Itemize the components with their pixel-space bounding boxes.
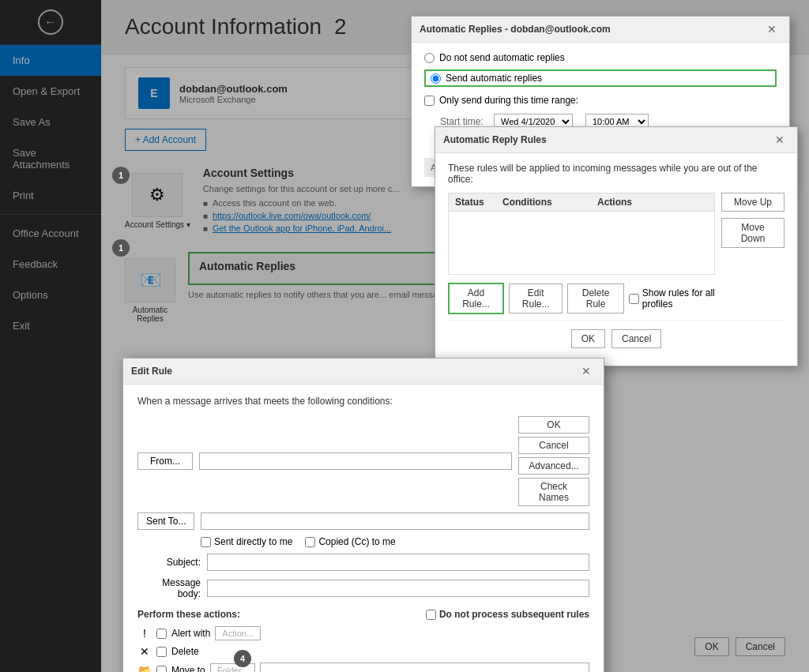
rules-description: These rules will be applied to incoming … [448, 163, 785, 185]
alert-label: Alert with [171, 628, 210, 639]
ok-button[interactable]: OK [518, 416, 589, 434]
edit-rule-dialog: Edit Rule ✕ When a message arrives that … [122, 358, 604, 672]
cancel-button[interactable]: Cancel [518, 437, 589, 454]
sent-directly-checkbox[interactable] [201, 537, 211, 547]
actions-header: Perform these actions: Do not process su… [137, 609, 589, 620]
move-to-input[interactable] [260, 663, 589, 672]
rules-titlebar: Automatic Reply Rules ✕ [435, 127, 797, 153]
sent-to-input[interactable] [201, 512, 589, 530]
sent-to-button[interactable]: Sent To... [137, 512, 194, 530]
rules-buttons: Add Rule... Edit Rule... Delete Rule Sho… [448, 283, 715, 314]
move-to-row: 📂 Move to Folder... [137, 663, 589, 672]
move-to-label: Move to [171, 665, 205, 672]
sent-directly-label: Sent directly to me [214, 536, 292, 547]
time-range-label: Only send during this time range: [439, 95, 578, 106]
auto-replies-titlebar: Automatic Replies - dobdan@outlook.com ✕ [412, 17, 789, 43]
edit-rule-titlebar: Edit Rule ✕ [123, 359, 604, 385]
delete-checkbox[interactable] [156, 647, 167, 657]
edit-rule-dialog-title: Edit Rule [131, 366, 172, 377]
show-rules-checkbox-row: Show rules for all profiles [629, 287, 715, 310]
rules-ok-cancel: OK Cancel [448, 321, 785, 356]
rules-content: Status Conditions Actions Add Rule... Ed… [448, 193, 785, 314]
show-rules-label: Show rules for all profiles [642, 287, 715, 310]
delete-rule-button[interactable]: Delete Rule [567, 283, 623, 313]
radio-row-1: Do not send automatic replies [424, 52, 777, 63]
alert-with-row: ! Alert with Action... [137, 626, 589, 640]
from-input[interactable] [199, 452, 512, 470]
side-buttons: OK Cancel Advanced... Check Names [518, 416, 589, 506]
edit-rule-condition-title: When a message arrives that meets the fo… [137, 396, 589, 407]
step-4-badge: 4 [234, 650, 251, 667]
delete-row: ✕ Delete [137, 645, 589, 658]
show-rules-checkbox[interactable] [629, 294, 639, 304]
delete-icon: ✕ [137, 645, 152, 658]
body-input[interactable] [207, 580, 589, 597]
no-subsequent-label: Do not process subsequent rules [439, 609, 589, 620]
time-range-checkbox[interactable] [424, 96, 435, 106]
rules-table-body [448, 212, 715, 275]
actions-title: Perform these actions: [137, 609, 240, 620]
subject-input[interactable] [207, 554, 589, 571]
step-1-badge: 1 [112, 167, 130, 184]
col-conditions-header: Conditions [502, 197, 597, 208]
no-subsequent-checkbox[interactable] [426, 610, 436, 620]
rules-ok-button[interactable]: OK [571, 329, 605, 348]
edit-rule-button[interactable]: Edit Rule... [509, 283, 563, 313]
time-range-checkbox-row: Only send during this time range: [424, 95, 777, 106]
rules-close-button[interactable]: ✕ [770, 132, 789, 148]
check-names-button[interactable]: Check Names [518, 478, 589, 506]
do-not-send-label: Do not send automatic replies [439, 52, 565, 63]
rules-dialog-body: These rules will be applied to incoming … [435, 153, 797, 366]
rules-table-header: Status Conditions Actions [448, 193, 715, 212]
add-rule-button[interactable]: Add Rule... [448, 283, 504, 314]
alert-checkbox[interactable] [156, 629, 167, 639]
copied-label: Copied (Cc) to me [318, 536, 395, 547]
body-label: Message body: [137, 577, 201, 599]
rules-dialog-title: Automatic Reply Rules [443, 134, 547, 145]
edit-rule-close-button[interactable]: ✕ [577, 363, 596, 379]
sent-to-row: Sent To... [137, 512, 589, 530]
copied-checkbox-row: Copied (Cc) to me [305, 536, 395, 547]
step-1-auto-badge: 1 [112, 239, 130, 257]
advanced-button[interactable]: Advanced... [518, 457, 589, 475]
radio-row-2: Send automatic replies [424, 69, 777, 87]
actions-section: Perform these actions: Do not process su… [137, 609, 589, 672]
auto-replies-dialog-title: Automatic Replies - dobdan@outlook.com [420, 24, 611, 35]
delete-label: Delete [171, 646, 199, 657]
col-actions-header: Actions [597, 197, 708, 208]
from-button[interactable]: From... [137, 452, 193, 470]
auto-replies-close-button[interactable]: ✕ [762, 21, 781, 37]
no-subsequent-checkbox-row: Do not process subsequent rules [426, 609, 589, 620]
edit-rule-body: When a message arrives that meets the fo… [123, 385, 604, 672]
do-not-send-radio[interactable] [424, 53, 435, 63]
copied-checkbox[interactable] [305, 537, 315, 547]
rules-cancel-button[interactable]: Cancel [611, 329, 661, 348]
send-auto-label: Send automatic replies [446, 73, 542, 84]
start-label: Start time: [440, 116, 487, 127]
from-row: From... OK Cancel Advanced... Check Name… [137, 416, 589, 506]
move-to-checkbox[interactable] [156, 666, 167, 673]
sent-directly-checkbox-row: Sent directly to me [201, 536, 292, 547]
move-down-button[interactable]: Move Down [721, 218, 785, 248]
rules-table-area: Status Conditions Actions Add Rule... Ed… [448, 193, 715, 314]
body-row: Message body: [137, 577, 589, 599]
move-to-icon: 📂 [137, 664, 152, 672]
checkbox-row: Sent directly to me Copied (Cc) to me [137, 536, 589, 547]
col-status-header: Status [455, 197, 502, 208]
alert-icon: ! [137, 627, 152, 640]
action-btn[interactable]: Action... [215, 626, 261, 640]
send-auto-radio[interactable] [431, 73, 441, 84]
subject-label: Subject: [137, 557, 201, 568]
move-up-button[interactable]: Move Up [721, 193, 785, 212]
subject-row: Subject: [137, 554, 589, 571]
rules-dialog: Automatic Reply Rules ✕ These rules will… [435, 126, 798, 366]
right-buttons: Move Up Move Down [721, 193, 785, 314]
